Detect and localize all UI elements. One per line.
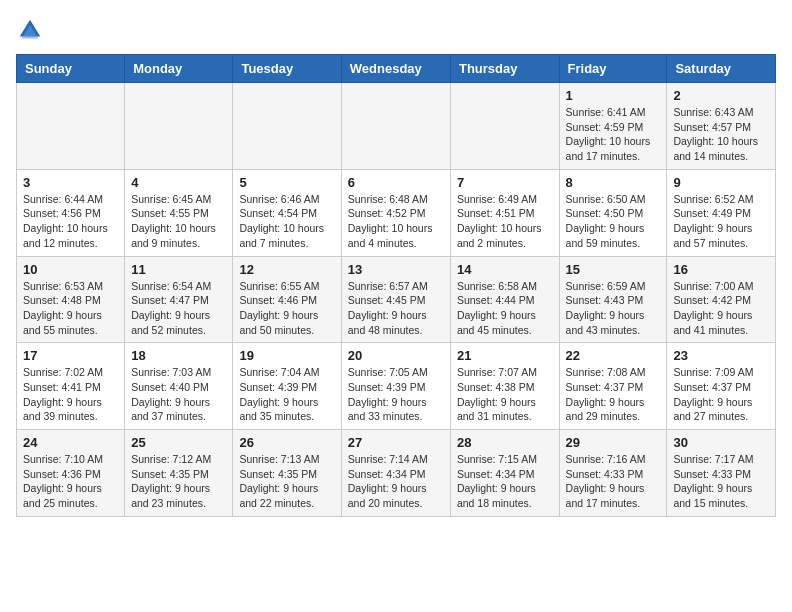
calendar-cell: 2Sunrise: 6:43 AM Sunset: 4:57 PM Daylig…	[667, 83, 776, 170]
calendar-cell: 21Sunrise: 7:07 AM Sunset: 4:38 PM Dayli…	[450, 343, 559, 430]
calendar-cell: 17Sunrise: 7:02 AM Sunset: 4:41 PM Dayli…	[17, 343, 125, 430]
calendar-cell: 28Sunrise: 7:15 AM Sunset: 4:34 PM Dayli…	[450, 430, 559, 517]
week-row-2: 3Sunrise: 6:44 AM Sunset: 4:56 PM Daylig…	[17, 169, 776, 256]
day-info: Sunrise: 6:57 AM Sunset: 4:45 PM Dayligh…	[348, 279, 444, 338]
day-number: 7	[457, 175, 553, 190]
day-info: Sunrise: 7:09 AM Sunset: 4:37 PM Dayligh…	[673, 365, 769, 424]
calendar-cell: 24Sunrise: 7:10 AM Sunset: 4:36 PM Dayli…	[17, 430, 125, 517]
day-info: Sunrise: 6:48 AM Sunset: 4:52 PM Dayligh…	[348, 192, 444, 251]
calendar-cell: 30Sunrise: 7:17 AM Sunset: 4:33 PM Dayli…	[667, 430, 776, 517]
day-info: Sunrise: 7:02 AM Sunset: 4:41 PM Dayligh…	[23, 365, 118, 424]
day-number: 30	[673, 435, 769, 450]
day-info: Sunrise: 7:12 AM Sunset: 4:35 PM Dayligh…	[131, 452, 226, 511]
day-number: 13	[348, 262, 444, 277]
day-number: 3	[23, 175, 118, 190]
calendar-cell: 23Sunrise: 7:09 AM Sunset: 4:37 PM Dayli…	[667, 343, 776, 430]
calendar-cell: 19Sunrise: 7:04 AM Sunset: 4:39 PM Dayli…	[233, 343, 341, 430]
weekday-header-monday: Monday	[125, 55, 233, 83]
day-info: Sunrise: 7:17 AM Sunset: 4:33 PM Dayligh…	[673, 452, 769, 511]
calendar-cell: 9Sunrise: 6:52 AM Sunset: 4:49 PM Daylig…	[667, 169, 776, 256]
day-info: Sunrise: 7:16 AM Sunset: 4:33 PM Dayligh…	[566, 452, 661, 511]
calendar-cell: 4Sunrise: 6:45 AM Sunset: 4:55 PM Daylig…	[125, 169, 233, 256]
day-number: 12	[239, 262, 334, 277]
day-info: Sunrise: 6:45 AM Sunset: 4:55 PM Dayligh…	[131, 192, 226, 251]
calendar-cell: 10Sunrise: 6:53 AM Sunset: 4:48 PM Dayli…	[17, 256, 125, 343]
week-row-3: 10Sunrise: 6:53 AM Sunset: 4:48 PM Dayli…	[17, 256, 776, 343]
calendar-table: SundayMondayTuesdayWednesdayThursdayFrid…	[16, 54, 776, 517]
day-number: 20	[348, 348, 444, 363]
day-number: 14	[457, 262, 553, 277]
weekday-header-saturday: Saturday	[667, 55, 776, 83]
calendar-cell: 25Sunrise: 7:12 AM Sunset: 4:35 PM Dayli…	[125, 430, 233, 517]
calendar-cell: 29Sunrise: 7:16 AM Sunset: 4:33 PM Dayli…	[559, 430, 667, 517]
calendar-cell: 16Sunrise: 7:00 AM Sunset: 4:42 PM Dayli…	[667, 256, 776, 343]
day-number: 25	[131, 435, 226, 450]
weekday-header-row: SundayMondayTuesdayWednesdayThursdayFrid…	[17, 55, 776, 83]
day-number: 1	[566, 88, 661, 103]
day-info: Sunrise: 7:08 AM Sunset: 4:37 PM Dayligh…	[566, 365, 661, 424]
day-info: Sunrise: 7:05 AM Sunset: 4:39 PM Dayligh…	[348, 365, 444, 424]
day-info: Sunrise: 6:58 AM Sunset: 4:44 PM Dayligh…	[457, 279, 553, 338]
calendar-cell: 15Sunrise: 6:59 AM Sunset: 4:43 PM Dayli…	[559, 256, 667, 343]
day-number: 9	[673, 175, 769, 190]
weekday-header-wednesday: Wednesday	[341, 55, 450, 83]
day-info: Sunrise: 6:55 AM Sunset: 4:46 PM Dayligh…	[239, 279, 334, 338]
week-row-1: 1Sunrise: 6:41 AM Sunset: 4:59 PM Daylig…	[17, 83, 776, 170]
weekday-header-sunday: Sunday	[17, 55, 125, 83]
day-number: 22	[566, 348, 661, 363]
day-number: 24	[23, 435, 118, 450]
week-row-4: 17Sunrise: 7:02 AM Sunset: 4:41 PM Dayli…	[17, 343, 776, 430]
calendar-cell: 12Sunrise: 6:55 AM Sunset: 4:46 PM Dayli…	[233, 256, 341, 343]
day-info: Sunrise: 6:59 AM Sunset: 4:43 PM Dayligh…	[566, 279, 661, 338]
day-info: Sunrise: 6:44 AM Sunset: 4:56 PM Dayligh…	[23, 192, 118, 251]
day-info: Sunrise: 6:41 AM Sunset: 4:59 PM Dayligh…	[566, 105, 661, 164]
calendar-cell: 13Sunrise: 6:57 AM Sunset: 4:45 PM Dayli…	[341, 256, 450, 343]
calendar-cell: 26Sunrise: 7:13 AM Sunset: 4:35 PM Dayli…	[233, 430, 341, 517]
day-number: 6	[348, 175, 444, 190]
calendar-cell: 7Sunrise: 6:49 AM Sunset: 4:51 PM Daylig…	[450, 169, 559, 256]
weekday-header-friday: Friday	[559, 55, 667, 83]
day-number: 19	[239, 348, 334, 363]
day-info: Sunrise: 7:10 AM Sunset: 4:36 PM Dayligh…	[23, 452, 118, 511]
weekday-header-thursday: Thursday	[450, 55, 559, 83]
day-info: Sunrise: 7:15 AM Sunset: 4:34 PM Dayligh…	[457, 452, 553, 511]
calendar-cell: 3Sunrise: 6:44 AM Sunset: 4:56 PM Daylig…	[17, 169, 125, 256]
calendar-cell: 11Sunrise: 6:54 AM Sunset: 4:47 PM Dayli…	[125, 256, 233, 343]
weekday-header-tuesday: Tuesday	[233, 55, 341, 83]
day-number: 18	[131, 348, 226, 363]
day-info: Sunrise: 6:54 AM Sunset: 4:47 PM Dayligh…	[131, 279, 226, 338]
calendar-cell: 18Sunrise: 7:03 AM Sunset: 4:40 PM Dayli…	[125, 343, 233, 430]
calendar-cell: 27Sunrise: 7:14 AM Sunset: 4:34 PM Dayli…	[341, 430, 450, 517]
day-number: 17	[23, 348, 118, 363]
calendar-cell: 20Sunrise: 7:05 AM Sunset: 4:39 PM Dayli…	[341, 343, 450, 430]
day-info: Sunrise: 6:49 AM Sunset: 4:51 PM Dayligh…	[457, 192, 553, 251]
day-number: 15	[566, 262, 661, 277]
page-header	[16, 16, 776, 44]
day-number: 10	[23, 262, 118, 277]
day-number: 8	[566, 175, 661, 190]
calendar-cell: 5Sunrise: 6:46 AM Sunset: 4:54 PM Daylig…	[233, 169, 341, 256]
day-info: Sunrise: 7:07 AM Sunset: 4:38 PM Dayligh…	[457, 365, 553, 424]
day-number: 5	[239, 175, 334, 190]
week-row-5: 24Sunrise: 7:10 AM Sunset: 4:36 PM Dayli…	[17, 430, 776, 517]
calendar-cell: 6Sunrise: 6:48 AM Sunset: 4:52 PM Daylig…	[341, 169, 450, 256]
day-info: Sunrise: 6:50 AM Sunset: 4:50 PM Dayligh…	[566, 192, 661, 251]
logo-icon	[16, 16, 44, 44]
calendar-cell	[17, 83, 125, 170]
calendar-cell: 1Sunrise: 6:41 AM Sunset: 4:59 PM Daylig…	[559, 83, 667, 170]
day-info: Sunrise: 7:03 AM Sunset: 4:40 PM Dayligh…	[131, 365, 226, 424]
day-info: Sunrise: 7:14 AM Sunset: 4:34 PM Dayligh…	[348, 452, 444, 511]
day-number: 4	[131, 175, 226, 190]
day-number: 21	[457, 348, 553, 363]
day-info: Sunrise: 6:46 AM Sunset: 4:54 PM Dayligh…	[239, 192, 334, 251]
day-number: 23	[673, 348, 769, 363]
day-info: Sunrise: 6:43 AM Sunset: 4:57 PM Dayligh…	[673, 105, 769, 164]
day-number: 28	[457, 435, 553, 450]
day-info: Sunrise: 7:13 AM Sunset: 4:35 PM Dayligh…	[239, 452, 334, 511]
day-info: Sunrise: 6:52 AM Sunset: 4:49 PM Dayligh…	[673, 192, 769, 251]
day-info: Sunrise: 6:53 AM Sunset: 4:48 PM Dayligh…	[23, 279, 118, 338]
calendar-cell: 22Sunrise: 7:08 AM Sunset: 4:37 PM Dayli…	[559, 343, 667, 430]
calendar-cell	[125, 83, 233, 170]
day-number: 26	[239, 435, 334, 450]
calendar-cell	[233, 83, 341, 170]
